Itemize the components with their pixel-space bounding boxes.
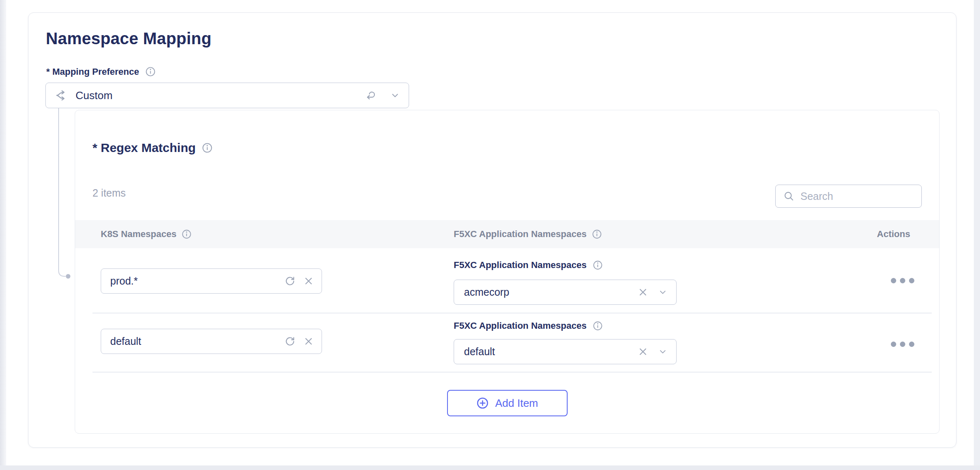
ellipsis-menu-icon xyxy=(909,278,914,283)
table-header-row: K8S Namespaces F5XC Application Namespac… xyxy=(75,220,939,248)
mapping-preference-select[interactable]: Custom xyxy=(45,83,409,108)
k8s-namespace-field[interactable] xyxy=(101,329,322,354)
ellipsis-menu-icon xyxy=(891,278,896,283)
k8s-namespace-field[interactable] xyxy=(101,268,322,294)
add-item-label: Add Item xyxy=(495,397,538,410)
ellipsis-menu-icon xyxy=(900,278,905,283)
page-title: Namespace Mapping xyxy=(46,29,211,48)
regex-matching-title: * Regex Matching xyxy=(92,141,196,155)
column-header-actions: Actions xyxy=(877,229,910,240)
search-input[interactable] xyxy=(800,190,933,202)
f5xc-namespace-select[interactable]: acmecorp xyxy=(454,280,677,305)
info-icon[interactable] xyxy=(181,229,192,240)
nested-field-connector-line xyxy=(57,108,73,281)
clear-x-icon[interactable] xyxy=(303,275,314,287)
chevron-down-icon[interactable] xyxy=(658,287,668,297)
table-row: F5XC Application Namespaces acmecorp xyxy=(75,248,939,313)
column-header-k8s-namespaces: K8S Namespaces xyxy=(101,229,192,240)
info-icon[interactable] xyxy=(145,66,156,77)
row-actions-menu-button[interactable] xyxy=(887,274,918,287)
regex-matching-title-row: * Regex Matching xyxy=(92,141,213,155)
reset-icon[interactable] xyxy=(365,89,377,102)
ellipsis-menu-icon xyxy=(891,342,896,347)
regex-matching-panel: * Regex Matching 2 items K8S Namespaces xyxy=(75,110,940,434)
page-right-edge xyxy=(974,0,980,470)
clear-x-icon[interactable] xyxy=(637,346,649,357)
refresh-icon[interactable] xyxy=(284,336,296,347)
namespace-mapping-card: Namespace Mapping * Mapping Preference C… xyxy=(28,12,956,448)
column-header-f5xc-namespaces: F5XC Application Namespaces xyxy=(454,229,602,240)
mapping-preference-label: * Mapping Preference xyxy=(46,66,139,77)
chevron-down-icon[interactable] xyxy=(390,90,400,101)
plus-circle-icon xyxy=(476,396,489,410)
add-item-button[interactable]: Add Item xyxy=(447,390,568,416)
f5xc-namespace-value: acmecorp xyxy=(464,286,509,298)
mapping-preference-label-row: * Mapping Preference xyxy=(46,66,156,77)
info-icon[interactable] xyxy=(592,260,603,271)
f5xc-field-label: F5XC Application Namespaces xyxy=(454,260,587,271)
chevron-down-icon[interactable] xyxy=(658,347,668,357)
f5xc-field-label-row: F5XC Application Namespaces xyxy=(454,260,603,271)
f5xc-namespace-value: default xyxy=(464,346,495,358)
column-header-label: K8S Namespaces xyxy=(101,229,176,240)
search-icon xyxy=(783,190,795,202)
page-left-edge xyxy=(0,0,6,470)
f5xc-field-label: F5XC Application Namespaces xyxy=(454,320,587,331)
branch-arrows-icon xyxy=(55,89,68,102)
page-bottom-edge xyxy=(0,465,980,470)
row-divider xyxy=(92,372,932,373)
search-box[interactable] xyxy=(775,185,922,208)
info-icon[interactable] xyxy=(592,320,603,331)
k8s-namespace-input[interactable] xyxy=(101,275,284,287)
clear-x-icon[interactable] xyxy=(303,336,314,347)
clear-x-icon[interactable] xyxy=(637,287,649,298)
mapping-preference-value: Custom xyxy=(76,89,113,102)
table-row: F5XC Application Namespaces default xyxy=(75,313,939,373)
items-count: 2 items xyxy=(92,187,126,199)
column-header-label: Actions xyxy=(877,229,910,240)
ellipsis-menu-icon xyxy=(900,342,905,347)
row-actions-menu-button[interactable] xyxy=(887,337,918,351)
refresh-icon[interactable] xyxy=(284,275,296,287)
f5xc-namespace-select[interactable]: default xyxy=(454,339,677,364)
info-icon[interactable] xyxy=(201,142,213,154)
f5xc-field-label-row: F5XC Application Namespaces xyxy=(454,320,603,331)
ellipsis-menu-icon xyxy=(909,342,914,347)
column-header-label: F5XC Application Namespaces xyxy=(454,229,587,240)
info-icon[interactable] xyxy=(592,229,602,240)
k8s-namespace-input[interactable] xyxy=(101,335,284,347)
